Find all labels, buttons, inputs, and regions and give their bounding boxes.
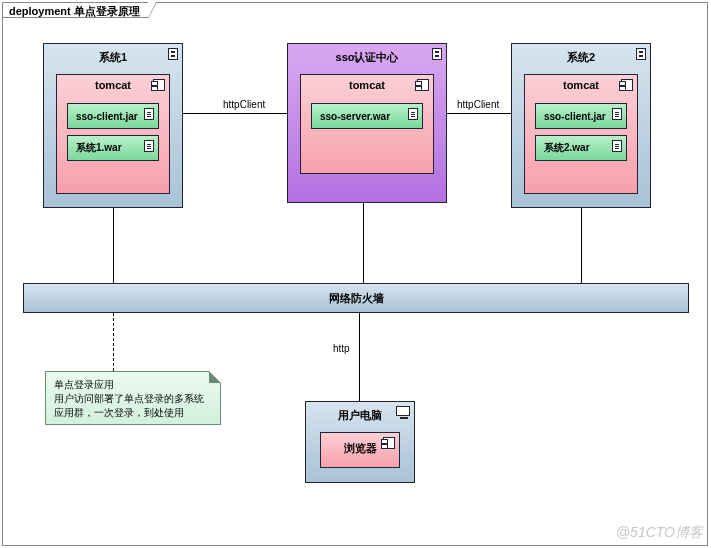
artifact-system1-war: 系统1.war [67, 135, 159, 161]
link-sys1-sso [183, 113, 287, 114]
node-sso-center: sso认证中心 tomcat sso-server.war [287, 43, 447, 203]
component-browser: 浏览器 [320, 432, 400, 468]
link-sys1-sso-label: httpClient [223, 99, 265, 110]
tomcat-label: tomcat [301, 77, 433, 93]
artifact-label: 系统2.war [544, 141, 590, 155]
deployment-frame: deployment 单点登录原理 httpClient httpClient … [2, 2, 708, 546]
artifact-label: sso-server.war [320, 111, 390, 122]
link-sys1-firewall [113, 208, 114, 283]
artifact-sso-client-jar: sso-client.jar [67, 103, 159, 129]
note-sso-description: 单点登录应用 用户访问部署了单点登录的多系统应用群，一次登录，到处使用 [45, 371, 221, 425]
link-firewall-userpc [359, 313, 360, 401]
link-sso-sys2 [447, 113, 511, 114]
node-firewall: 网络防火墙 [23, 283, 689, 313]
link-firewall-note [113, 313, 114, 371]
document-icon [408, 108, 418, 120]
note-line2: 用户访问部署了单点登录的多系统应用群，一次登录，到处使用 [54, 392, 212, 420]
artifact-label: sso-client.jar [544, 111, 606, 122]
artifact-sso-server-war: sso-server.war [311, 103, 423, 129]
node-system1-title: 系统1 [44, 44, 182, 69]
artifact-label: 系统1.war [76, 141, 122, 155]
computer-icon [396, 406, 410, 416]
node-system2-title: 系统2 [512, 44, 650, 69]
watermark: @51CTO博客 [616, 524, 703, 542]
component-tomcat-sys1: tomcat sso-client.jar 系统1.war [56, 74, 170, 194]
browser-label: 浏览器 [344, 442, 377, 454]
artifact-system2-war: 系统2.war [535, 135, 627, 161]
node-icon [168, 48, 178, 60]
link-sys2-firewall [581, 208, 582, 283]
link-sso-firewall [363, 203, 364, 283]
note-fold-icon [209, 372, 220, 383]
component-tomcat-sys2: tomcat sso-client.jar 系统2.war [524, 74, 638, 194]
frame-title: deployment 单点登录原理 [2, 2, 149, 18]
document-icon [144, 140, 154, 152]
node-icon [636, 48, 646, 60]
node-system2: 系统2 tomcat sso-client.jar 系统2.war [511, 43, 651, 208]
artifact-sso-client-jar-2: sso-client.jar [535, 103, 627, 129]
link-firewall-userpc-label: http [333, 343, 350, 354]
document-icon [612, 140, 622, 152]
component-icon [383, 437, 395, 449]
artifact-label: sso-client.jar [76, 111, 138, 122]
firewall-label: 网络防火墙 [329, 292, 384, 304]
node-sso-title: sso认证中心 [288, 44, 446, 69]
link-sso-sys2-label: httpClient [457, 99, 499, 110]
node-icon [432, 48, 442, 60]
document-icon [144, 108, 154, 120]
node-user-pc: 用户电脑 浏览器 [305, 401, 415, 483]
tomcat-label: tomcat [525, 77, 637, 93]
component-tomcat-sso: tomcat sso-server.war [300, 74, 434, 174]
node-system1: 系统1 tomcat sso-client.jar 系统1.war [43, 43, 183, 208]
note-line1: 单点登录应用 [54, 378, 212, 392]
tomcat-label: tomcat [57, 77, 169, 93]
document-icon [612, 108, 622, 120]
